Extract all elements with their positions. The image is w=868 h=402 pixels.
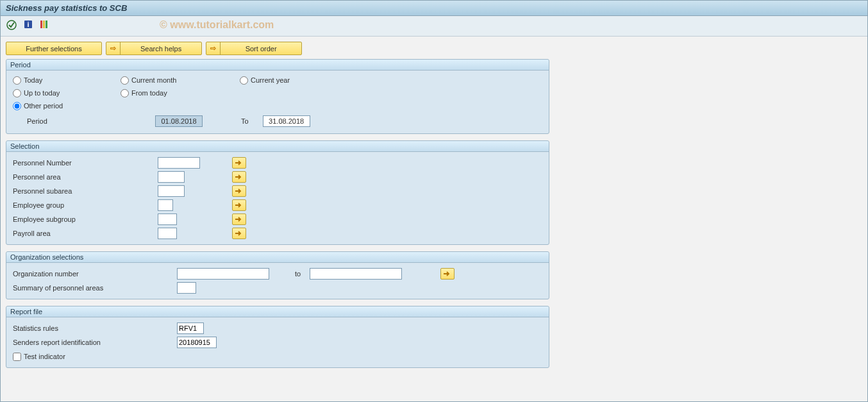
watermark: © www.tutorialkart.com: [160, 19, 274, 31]
label-summary-personnel-areas: Summary of personnel areas: [13, 284, 177, 292]
personnel-area-input[interactable]: [158, 171, 185, 183]
radio-current-year[interactable]: Current year: [240, 76, 290, 85]
radio-up-to-today[interactable]: Up to today: [13, 89, 60, 97]
further-selections-button[interactable]: Further selections: [6, 42, 102, 55]
multi-select-button[interactable]: [232, 199, 246, 211]
employee-group-input[interactable]: [158, 199, 173, 211]
radio-from-today[interactable]: From today: [121, 89, 167, 97]
summary-personnel-areas-input[interactable]: [177, 282, 196, 294]
period-label: Period: [27, 117, 155, 125]
button-label: Search helps: [121, 42, 201, 54]
org-number-from-input[interactable]: [177, 268, 269, 280]
label-personnel-area: Personnel area: [13, 173, 158, 181]
title-bar: Sickness pay statistics to SCB: [1, 1, 867, 16]
period-group: Period Today Current month Current year …: [6, 59, 549, 134]
button-row: Further selections ⇨ Search helps ⇨ Sort…: [6, 42, 862, 55]
multi-select-button[interactable]: [232, 157, 246, 169]
label-personnel-number: Personnel Number: [13, 159, 158, 167]
to-label: To: [241, 117, 249, 125]
svg-text:i: i: [28, 21, 29, 28]
personnel-number-input[interactable]: [158, 157, 200, 169]
label-org-number: Organization number: [13, 270, 177, 278]
page-title: Sickness pay statistics to SCB: [6, 3, 127, 13]
label-payroll-area: Payroll area: [13, 230, 158, 237]
personnel-subarea-input[interactable]: [158, 185, 185, 197]
label-employee-subgroup: Employee subgroup: [13, 215, 158, 223]
to-label: to: [295, 270, 301, 278]
label-employee-group: Employee group: [13, 201, 158, 209]
test-indicator-checkbox[interactable]: Test indicator: [13, 353, 65, 361]
period-from-field[interactable]: 01.08.2018: [155, 115, 203, 127]
button-label: Sort order: [221, 42, 301, 54]
org-number-to-input[interactable]: [310, 268, 402, 280]
label-sender-report-id: Senders report identification: [13, 339, 177, 346]
radio-current-month[interactable]: Current month: [121, 76, 176, 85]
multi-select-button[interactable]: [232, 185, 246, 197]
group-title: Report file: [6, 306, 549, 317]
group-title: Period: [6, 60, 549, 71]
radio-today[interactable]: Today: [13, 76, 42, 85]
multi-select-button[interactable]: [232, 171, 246, 183]
statistics-rules-input[interactable]: [177, 322, 204, 334]
arrow-icon: ⇨: [206, 42, 221, 54]
report-tree-icon[interactable]: [39, 19, 49, 31]
label-personnel-subarea: Personnel subarea: [13, 187, 158, 195]
report-file-group: Report file Statistics rules Senders rep…: [6, 306, 549, 368]
group-title: Selection: [6, 141, 549, 152]
multi-select-button[interactable]: [440, 268, 455, 280]
label-test-indicator: Test indicator: [24, 353, 65, 360]
search-helps-button[interactable]: ⇨ Search helps: [106, 42, 202, 55]
app-window: Sickness pay statistics to SCB i © www.t…: [0, 0, 868, 402]
svg-point-0: [7, 21, 16, 29]
group-title: Organization selections: [6, 252, 549, 263]
period-to-field[interactable]: 31.08.2018: [263, 115, 310, 127]
svg-rect-5: [46, 21, 47, 28]
info-icon[interactable]: i: [23, 19, 33, 31]
radio-other-period[interactable]: Other period: [13, 102, 63, 110]
organization-group: Organization selections Organization num…: [6, 251, 549, 299]
sender-report-id-input[interactable]: [177, 337, 217, 348]
svg-rect-4: [43, 21, 45, 28]
multi-select-button[interactable]: [232, 228, 246, 239]
multi-select-button[interactable]: [232, 214, 246, 225]
toolbar: i © www.tutorialkart.com: [1, 16, 867, 37]
payroll-area-input[interactable]: [158, 228, 177, 239]
content-area: Further selections ⇨ Search helps ⇨ Sort…: [1, 37, 867, 380]
selection-group: Selection Personnel Number Personnel are…: [6, 140, 549, 245]
employee-subgroup-input[interactable]: [158, 214, 177, 225]
execute-icon[interactable]: [6, 19, 17, 31]
label-statistics-rules: Statistics rules: [13, 324, 177, 332]
sort-order-button[interactable]: ⇨ Sort order: [206, 42, 302, 55]
button-label: Further selections: [21, 42, 87, 54]
arrow-icon: ⇨: [106, 42, 121, 54]
svg-rect-3: [40, 21, 42, 28]
